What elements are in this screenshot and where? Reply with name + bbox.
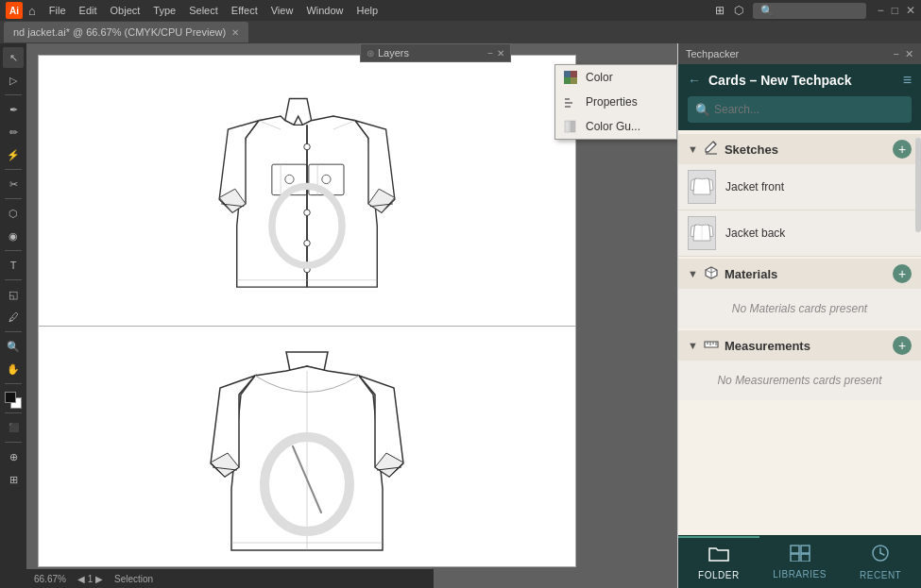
- jacket-front-canvas[interactable]: [38, 55, 576, 327]
- hand-tool[interactable]: ✋: [3, 359, 24, 379]
- layers-panel-close[interactable]: ✕: [497, 48, 504, 59]
- menu-effect[interactable]: Effect: [226, 3, 264, 18]
- materials-add-button[interactable]: +: [893, 264, 912, 283]
- search-bar[interactable]: 🔍: [753, 3, 866, 19]
- sketches-content: Jacket front Jacket back: [678, 164, 921, 257]
- tp-section-header-measurements[interactable]: ▼ Measurements +: [678, 330, 921, 361]
- measurements-content: No Measurements cards present: [678, 361, 921, 400]
- screen-mode-btn[interactable]: ⬛: [3, 417, 24, 438]
- svg-rect-44: [801, 554, 810, 562]
- left-toolbar: ↖ ▷ ✒ ✏ ⚡ ✂ ⬡ ◉ T ◱ 🖊 🔍 ✋ ⬛ ⊕ ⊞: [0, 43, 26, 588]
- eyedropper-tool[interactable]: 🖊: [3, 307, 24, 328]
- search-icon: 🔍: [760, 5, 774, 17]
- sketches-title: Sketches: [725, 143, 887, 157]
- sketches-add-button[interactable]: +: [893, 140, 912, 159]
- tab-close-btn[interactable]: ✕: [231, 27, 239, 38]
- tp-scrollbar[interactable]: [915, 138, 921, 232]
- svg-rect-41: [791, 546, 799, 553]
- selection-tool[interactable]: ↖: [3, 47, 24, 68]
- pencil-tool[interactable]: ✏: [3, 122, 24, 143]
- list-item[interactable]: Jacket back: [678, 210, 921, 257]
- ellipse-tool[interactable]: ◉: [3, 226, 24, 246]
- tp-panel-close[interactable]: ✕: [905, 48, 913, 60]
- menu-help[interactable]: Help: [351, 3, 384, 18]
- tp-search-wrap: 🔍: [688, 96, 912, 123]
- jacket-back-canvas[interactable]: [38, 327, 576, 567]
- pen-tool[interactable]: ✒: [3, 99, 24, 120]
- scissors-tool[interactable]: ✂: [3, 174, 24, 194]
- materials-title: Materials: [725, 267, 887, 281]
- foreground-color[interactable]: [5, 392, 16, 403]
- floating-menu: Color Properties: [554, 64, 677, 140]
- zoom-display[interactable]: 66.67%: [34, 574, 66, 584]
- tp-menu-button[interactable]: ≡: [903, 72, 912, 89]
- svg-rect-5: [565, 102, 572, 104]
- share-icon[interactable]: ⬡: [734, 4, 743, 17]
- home-icon[interactable]: ⌂: [28, 4, 36, 18]
- menu-view[interactable]: View: [265, 3, 299, 18]
- canvas-area[interactable]: ⊛ Layers − ✕: [26, 43, 677, 588]
- tool-separator-9: [5, 442, 22, 443]
- close-btn[interactable]: ✕: [906, 4, 915, 17]
- tp-search-input[interactable]: [688, 96, 912, 123]
- svg-rect-8: [571, 121, 575, 132]
- color-guide-menu-label: Color Gu...: [586, 120, 640, 133]
- minimize-btn[interactable]: −: [878, 4, 884, 17]
- tp-panel-minimize[interactable]: −: [894, 48, 899, 60]
- tp-section-header-sketches[interactable]: ▼ Sketches +: [678, 134, 921, 164]
- menu-edit[interactable]: Edit: [74, 3, 103, 18]
- arrange-icon[interactable]: ⊞: [715, 4, 725, 17]
- menu-select[interactable]: Select: [183, 3, 224, 18]
- color-boxes[interactable]: [5, 392, 22, 409]
- jacket-back-svg: [203, 324, 411, 569]
- tp-search-icon: 🔍: [695, 103, 710, 117]
- menu-file[interactable]: File: [43, 3, 72, 18]
- tool-separator-6: [5, 331, 22, 332]
- sketches-chevron-icon: ▼: [688, 143, 698, 155]
- svg-line-47: [880, 553, 884, 555]
- tp-section-header-materials[interactable]: ▼ Materials +: [678, 259, 921, 289]
- svg-rect-2: [564, 77, 571, 84]
- menu-item-color[interactable]: Color: [555, 65, 676, 90]
- libraries-icon: [790, 545, 810, 566]
- tab-title: nd jacket.ai* @ 66.67% (CMYK/CPU Preview…: [13, 26, 226, 38]
- menu-item-properties[interactable]: Properties: [555, 90, 676, 114]
- menu-object[interactable]: Object: [105, 3, 146, 18]
- page-nav: ◀ 1 ▶: [77, 574, 103, 584]
- layers-panel: ⊛ Layers − ✕: [360, 43, 511, 62]
- rectangle-tool[interactable]: ⬡: [3, 203, 24, 224]
- zoom-tool[interactable]: 🔍: [3, 336, 24, 357]
- svg-rect-7: [565, 121, 570, 132]
- fullscreen-btn[interactable]: □: [892, 4, 898, 17]
- blob-brush-tool[interactable]: ⚡: [3, 144, 24, 165]
- menu-bar: Ai ⌂ File Edit Object Type Select Effect…: [0, 0, 921, 21]
- layers-panel-minimize[interactable]: −: [487, 48, 493, 59]
- gradient-tool[interactable]: ◱: [3, 284, 24, 305]
- tool-separator-2: [5, 169, 22, 170]
- tool-separator-5: [5, 279, 22, 280]
- document-tab[interactable]: nd jacket.ai* @ 66.67% (CMYK/CPU Preview…: [4, 22, 248, 42]
- svg-rect-4: [565, 98, 570, 100]
- tp-panel-label: Techpacker: [686, 48, 739, 59]
- menu-type[interactable]: Type: [147, 3, 181, 18]
- recent-nav-label: RECENT: [860, 570, 901, 580]
- main-layout: ↖ ▷ ✒ ✏ ⚡ ✂ ⬡ ◉ T ◱ 🖊 🔍 ✋ ⬛ ⊕ ⊞: [0, 43, 921, 588]
- arrange-btn[interactable]: ⊞: [3, 469, 24, 490]
- svg-rect-43: [791, 554, 799, 562]
- properties-menu-label: Properties: [586, 95, 638, 109]
- extra-tools-btn[interactable]: ⊕: [3, 446, 24, 467]
- tool-separator-4: [5, 250, 22, 251]
- type-tool[interactable]: T: [3, 255, 24, 276]
- tool-separator-1: [5, 94, 22, 95]
- tp-back-button[interactable]: ←: [688, 73, 701, 88]
- tp-nav-libraries[interactable]: LIBRARIES: [759, 536, 841, 588]
- tp-nav-recent[interactable]: RECENT: [840, 536, 921, 588]
- direct-selection-tool[interactable]: ▷: [3, 70, 24, 91]
- menu-item-color-guide[interactable]: Color Gu...: [555, 114, 676, 139]
- measurements-title: Measurements: [725, 339, 887, 353]
- menu-window[interactable]: Window: [300, 3, 349, 18]
- svg-rect-0: [564, 71, 571, 77]
- measurements-add-button[interactable]: +: [893, 336, 912, 355]
- tp-nav-folder[interactable]: FOLDER: [678, 536, 759, 588]
- list-item[interactable]: Jacket front: [678, 164, 921, 210]
